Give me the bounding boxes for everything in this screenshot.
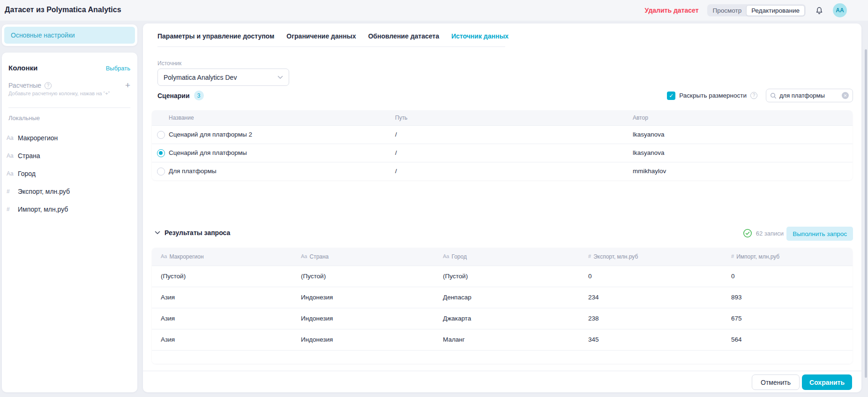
- results-title: Результаты запроса: [165, 229, 230, 237]
- scenario-row-selected[interactable]: Сценарий для платформы / lkasyanova: [152, 144, 853, 162]
- cancel-button[interactable]: Отменить: [752, 374, 800, 390]
- expand-dimensions-label: Раскрыть размерности: [679, 92, 747, 99]
- column-type-number-icon: #: [7, 206, 18, 213]
- scenario-path: /: [395, 168, 397, 175]
- header-path: Путь: [395, 115, 407, 121]
- column-item[interactable]: # Импорт, млн,руб: [2, 200, 137, 218]
- cell: 675: [731, 315, 742, 322]
- column-name: Импорт, млн,руб: [18, 206, 68, 213]
- scenario-row[interactable]: Сценарий для платформы 2 / lkasyanova: [152, 125, 853, 144]
- results-table-header: AaМакрорегион AaСтрана AaГород #Экспорт,…: [152, 248, 853, 266]
- scenarios-bar: Сценарии 3 ✓ Раскрыть размерности ? ✕: [157, 88, 853, 103]
- scenario-author: mmikhaylov: [633, 168, 666, 175]
- delete-dataset-button[interactable]: Удалить датасет: [645, 7, 699, 14]
- tab-params-access[interactable]: Параметры и управление доступом: [157, 32, 274, 46]
- column-item[interactable]: Aa Страна: [2, 147, 137, 165]
- sidebar-columns-card: Колонки Выбрать Расчетные ? + Добавьте р…: [2, 53, 137, 392]
- topbar-actions: Удалить датасет Просмотр Редактирование …: [645, 0, 847, 21]
- results-collapse-toggle[interactable]: Результаты запроса: [155, 229, 230, 237]
- columns-select-link[interactable]: Выбрать: [106, 65, 130, 72]
- scenario-path: /: [395, 131, 397, 138]
- main-footer: Отменить Сохранить: [143, 371, 861, 392]
- cell: Азия: [161, 336, 175, 343]
- tab-dataset-update[interactable]: Обновление датасета: [368, 32, 439, 46]
- cell: 238: [588, 315, 599, 322]
- table-row: Азия Индонезия Джакарта 238 675: [152, 308, 853, 329]
- column-type-number-icon: #: [7, 188, 18, 195]
- column-type-text-icon: Aa: [161, 253, 167, 260]
- result-header-cell: #Импорт, млн,руб: [731, 253, 779, 260]
- column-item[interactable]: Aa Макрорегион: [2, 129, 137, 147]
- calculated-help-icon[interactable]: ?: [45, 82, 52, 89]
- tab-data-restriction[interactable]: Ограничение данных: [286, 32, 356, 46]
- avatar[interactable]: АА: [833, 3, 847, 17]
- scenario-name: Для платформы: [169, 168, 217, 175]
- column-item[interactable]: # Экспорт, млн.руб: [2, 183, 137, 200]
- records-count: 62 записи: [756, 230, 784, 237]
- header-name: Название: [169, 115, 194, 121]
- scenarios-title: Сценарии: [157, 92, 190, 99]
- header-label: Страна: [309, 253, 329, 260]
- local-columns-label: Локальные: [8, 115, 40, 122]
- scenario-name: Сценарий для платформы: [169, 149, 247, 156]
- scenario-radio[interactable]: [157, 131, 165, 139]
- main-panel: Параметры и управление доступом Ограниче…: [143, 23, 861, 392]
- cell: Денпасар: [443, 294, 471, 301]
- scenario-row[interactable]: Для платформы / mmikhaylov: [152, 162, 853, 180]
- clear-search-icon[interactable]: ✕: [842, 92, 849, 99]
- columns-title: Колонки: [8, 64, 37, 72]
- sidebar-nav-card: Основные настройки: [2, 24, 137, 46]
- table-row: (Пустой) (Пустой) (Пустой) 0 0: [152, 266, 853, 287]
- settings-tabs: Параметры и управление доступом Ограниче…: [157, 32, 505, 47]
- edit-mode-button[interactable]: Редактирование: [746, 5, 805, 16]
- success-check-icon: [743, 229, 752, 238]
- cell: (Пустой): [301, 273, 326, 280]
- cell: Индонезия: [301, 294, 333, 301]
- source-select[interactable]: Polymatica Analytics Dev: [157, 69, 289, 86]
- scenario-radio-checked[interactable]: [157, 149, 165, 157]
- mode-toggle: Просмотр Редактирование: [707, 4, 806, 16]
- scenario-radio[interactable]: [157, 168, 165, 176]
- scrollbar[interactable]: [865, 49, 867, 378]
- scenario-name: Сценарий для платформы 2: [169, 131, 252, 138]
- calculated-label: Расчетные: [8, 82, 41, 89]
- cell: (Пустой): [443, 273, 468, 280]
- page-title: Датасет из Polymatica Analytics: [5, 6, 121, 14]
- table-row: Азия Индонезия Денпасар 234 893: [152, 287, 853, 308]
- notifications-bell-icon[interactable]: [814, 5, 824, 15]
- scenarios-controls: ✓ Раскрыть размерности ? ✕: [667, 88, 853, 103]
- header-author: Автор: [633, 115, 648, 121]
- sidebar-item-main-settings[interactable]: Основные настройки: [4, 27, 135, 44]
- results-header: Результаты запроса 62 записи Выполнить з…: [152, 227, 853, 241]
- column-name: Страна: [18, 152, 40, 160]
- cell: 0: [588, 273, 592, 280]
- search-input[interactable]: [779, 92, 839, 99]
- cell: 893: [731, 294, 742, 301]
- view-mode-button[interactable]: Просмотр: [708, 6, 747, 15]
- scenario-author: lkasyanova: [633, 149, 665, 156]
- add-calculated-column-button[interactable]: +: [125, 81, 130, 90]
- scenarios-table: Название Путь Автор Сценарий для платфор…: [152, 110, 853, 180]
- column-type-text-icon: Aa: [7, 135, 18, 141]
- chevron-down-icon: [155, 231, 160, 235]
- cell: 0: [731, 273, 735, 280]
- cell: Индонезия: [301, 336, 333, 343]
- result-header-cell: AaМакрорегион: [161, 253, 204, 260]
- cell: Азия: [161, 315, 175, 322]
- result-header-cell: AaГород: [443, 253, 467, 260]
- expand-dimensions-help-icon[interactable]: ?: [750, 92, 757, 99]
- scenarios-count-badge: 3: [194, 91, 204, 100]
- column-type-number-icon: #: [731, 253, 734, 260]
- scenario-author: lkasyanova: [633, 131, 665, 138]
- sidebar-divider: [8, 107, 130, 108]
- expand-dimensions-checkbox[interactable]: ✓: [667, 92, 675, 100]
- tab-data-source[interactable]: Источник данных: [451, 32, 509, 46]
- column-item[interactable]: Aa Город: [2, 165, 137, 183]
- save-button[interactable]: Сохранить: [802, 374, 852, 390]
- calculated-columns-row: Расчетные ?: [8, 82, 130, 89]
- calculated-hint: Добавьте расчетную колонку, нажав на “+”: [8, 91, 110, 96]
- result-header-cell: #Экспорт, млн.руб: [588, 253, 638, 260]
- source-select-value: Polymatica Analytics Dev: [164, 74, 237, 81]
- cell: 345: [588, 336, 599, 343]
- run-query-button[interactable]: Выполнить запрос: [786, 227, 853, 241]
